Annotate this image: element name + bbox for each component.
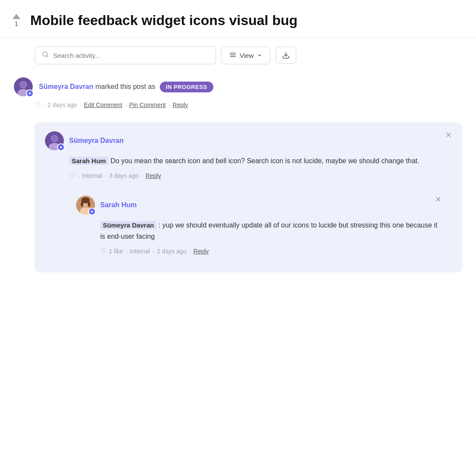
close-button-1[interactable]: ✕ <box>445 131 452 139</box>
heart-icon-3[interactable]: ♡ <box>100 247 106 255</box>
upvote-arrow[interactable] <box>13 14 20 19</box>
badge-star: ★ <box>26 89 34 97</box>
comment-outer-1: ★ Sümeyra Davran ✕ Sarah Hum Do you mean… <box>14 117 462 272</box>
view-label: View <box>240 52 254 59</box>
list-icon <box>229 51 236 60</box>
reply-visibility-1: Internal <box>130 248 150 255</box>
activity-feed: ★ Sümeyra Davran marked this post as IN … <box>0 73 476 272</box>
comment-reply-link-1[interactable]: Reply <box>146 172 161 179</box>
mention-tag-1: Sarah Hum <box>69 157 108 165</box>
search-box[interactable] <box>35 46 216 64</box>
svg-point-9 <box>20 82 26 88</box>
svg-point-20 <box>88 202 90 207</box>
status-user-link[interactable]: Sümeyra Davran <box>39 83 93 90</box>
comment-body-1: Sarah Hum Do you mean the search icon an… <box>69 155 452 167</box>
comment-card-1: ★ Sümeyra Davran ✕ Sarah Hum Do you mean… <box>35 123 462 272</box>
comment-header-1: ★ Sümeyra Davran ✕ <box>45 131 452 150</box>
reply-link-1[interactable]: Reply <box>194 248 209 255</box>
reply-card-1: ★ Sarah Hum ✕ Sümeyra Davran : yup we sh… <box>66 187 452 264</box>
comment-visibility-1: Internal <box>82 172 102 179</box>
reply-header-1: ★ Sarah Hum ✕ <box>76 196 441 215</box>
post-title: Mobile feedback widget icons visual bug <box>30 12 462 28</box>
vote-section[interactable]: 1 <box>9 14 24 27</box>
status-meta: ♡ · 2 days ago · Edit Comment · Pin Comm… <box>14 101 462 117</box>
reply-body-1: Sümeyra Davran : yup we should eventuall… <box>100 220 441 242</box>
sumeyra-comment-avatar-wrap: ★ <box>45 131 64 150</box>
status-action-text: marked this post as <box>95 83 155 90</box>
heart-icon-2[interactable]: ♡ <box>69 172 75 180</box>
heart-icon[interactable]: ♡ <box>35 101 41 109</box>
search-input[interactable] <box>53 52 209 59</box>
reply-user-1[interactable]: Sarah Hum <box>100 201 136 209</box>
reply-likes-1: 1 like <box>109 248 123 255</box>
comment-user-1[interactable]: Sümeyra Davran <box>69 137 124 145</box>
comment-time-1: 3 days ago <box>109 172 139 179</box>
reply-meta-1: ♡ 1 like · Internal · 2 days ago · Reply <box>100 247 441 255</box>
svg-line-1 <box>47 56 48 57</box>
status-time: 2 days ago <box>48 101 77 108</box>
svg-point-13 <box>51 136 57 142</box>
comment-meta-1: ♡ · Internal · 3 days ago · Reply <box>69 172 452 180</box>
toolbar: View <box>0 38 476 73</box>
mention-tag-2: Sümeyra Davran <box>100 221 156 229</box>
in-progress-badge: IN PROGRESS <box>160 82 213 92</box>
sarah-avatar-wrap: ★ <box>76 196 95 215</box>
comment-text-1: Do you mean the search icon and bell ico… <box>108 157 419 164</box>
close-button-2[interactable]: ✕ <box>435 196 441 203</box>
reply-time-1: 2 days ago <box>157 248 187 255</box>
reply-section-1: ★ Sarah Hum ✕ Sümeyra Davran : yup we sh… <box>45 187 452 264</box>
svg-point-19 <box>81 202 83 207</box>
chevron-down-icon <box>257 52 262 59</box>
view-button[interactable]: View <box>221 47 270 64</box>
vote-count: 1 <box>15 20 18 27</box>
reply-user-row-1: ★ Sarah Hum <box>76 196 136 215</box>
post-header: 1 Mobile feedback widget icons visual bu… <box>0 0 476 38</box>
badge-star-3: ★ <box>88 208 96 215</box>
sumeyra-avatar-wrap: ★ <box>14 77 33 96</box>
pin-comment-link[interactable]: Pin Comment <box>129 101 166 108</box>
badge-star-2: ★ <box>57 143 65 151</box>
search-icon <box>42 51 49 60</box>
download-button[interactable] <box>276 47 296 64</box>
status-entry: ★ Sümeyra Davran marked this post as IN … <box>14 73 462 96</box>
status-reply-link[interactable]: Reply <box>173 101 188 108</box>
comment-user-row-1: ★ Sümeyra Davran <box>45 131 124 150</box>
edit-comment-link[interactable]: Edit Comment <box>84 101 122 108</box>
status-text: Sümeyra Davran marked this post as IN PR… <box>39 77 462 92</box>
